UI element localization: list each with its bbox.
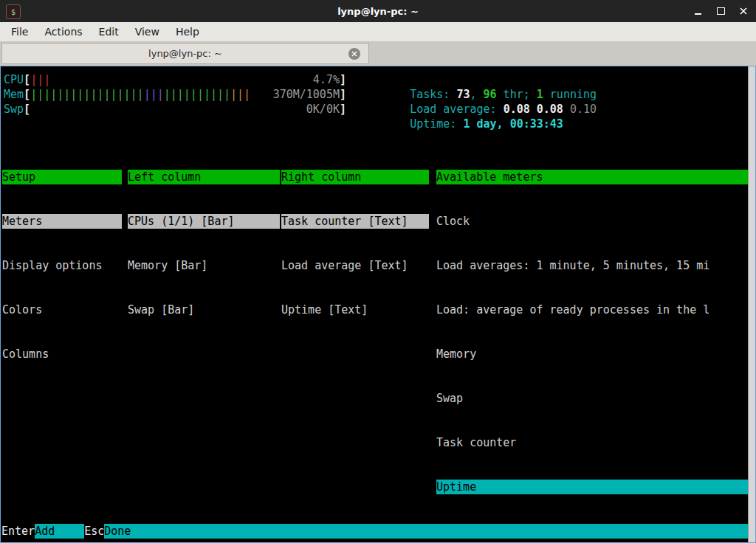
- tab-close-icon: [351, 51, 357, 57]
- available-meters-panel: Available meters Clock Load averages: 1 …: [436, 140, 748, 543]
- setup-panel: Setup Meters Display options Colors Colu…: [2, 140, 122, 391]
- terminal-tab[interactable]: lynp@lyn-pc: ~: [1, 43, 369, 64]
- window-title: lynp@lyn-pc: ~: [0, 6, 756, 17]
- menu-file[interactable]: File: [3, 24, 36, 40]
- minimize-icon: [695, 13, 701, 15]
- menu-actions[interactable]: Actions: [36, 24, 90, 40]
- right-column-item[interactable]: Uptime [Text]: [281, 302, 429, 317]
- right-column-item[interactable]: Load average [Text]: [281, 258, 429, 273]
- left-column-header: Left column: [128, 170, 280, 184]
- setup-item-colors[interactable]: Colors: [2, 302, 122, 317]
- setup-item-display-options[interactable]: Display options: [2, 258, 122, 273]
- left-column-item[interactable]: Swap [Bar]: [128, 302, 280, 317]
- maximize-button[interactable]: [715, 6, 726, 16]
- load-average-line: Load average: 0.08 0.08 0.10: [370, 87, 597, 102]
- left-column-panel: Left column CPUs (1/1) [Bar] Memory [Bar…: [128, 140, 280, 347]
- minimize-button[interactable]: [693, 6, 703, 16]
- mem-meter-value: 370M/1005M: [273, 87, 340, 102]
- setup-item-columns[interactable]: Columns: [2, 347, 122, 362]
- available-item-load-averages[interactable]: Load averages: 1 minute, 5 minutes, 15 m…: [436, 258, 748, 273]
- left-column-item[interactable]: CPUs (1/1) [Bar]: [128, 214, 280, 229]
- left-column-item[interactable]: Memory [Bar]: [128, 258, 280, 273]
- tab-close-button[interactable]: [348, 48, 360, 60]
- right-column-header: Right column: [281, 170, 429, 184]
- done-action-button[interactable]: Done: [104, 524, 748, 539]
- cpu-meter-bars: |||: [30, 73, 50, 86]
- cpu-meter-value: 4.7%: [313, 72, 340, 87]
- menu-edit[interactable]: Edit: [91, 24, 127, 40]
- cpu-meter-label: CPU: [4, 72, 24, 87]
- setup-item-meters[interactable]: Meters: [2, 214, 122, 229]
- available-item-task-counter[interactable]: Task counter: [436, 435, 748, 450]
- right-column-item[interactable]: Task counter [Text]: [281, 214, 429, 229]
- swp-meter-label: Swp: [4, 102, 24, 117]
- mem-meter: Mem[|||||||||||||||||||||||||||||||||370…: [4, 87, 346, 102]
- cpu-meter: CPU[|||4.7%]: [4, 72, 346, 87]
- mem-meter-bars: |||||||||||||||||||||||||||||||||: [30, 87, 273, 102]
- terminal-screen[interactable]: CPU[|||4.7%] Mem[|||||||||||||||||||||||…: [0, 66, 756, 543]
- enter-key-label[interactable]: Enter: [1, 524, 35, 539]
- close-button[interactable]: [738, 6, 749, 16]
- tab-label: lynp@lyn-pc: ~: [148, 48, 222, 59]
- titlebar[interactable]: $ lynp@lyn-pc: ~: [0, 0, 756, 22]
- right-column-panel: Right column Task counter [Text] Load av…: [281, 140, 429, 347]
- tab-bar: lynp@lyn-pc: ~: [0, 42, 756, 66]
- swp-meter-value: 0K/0K: [306, 102, 340, 117]
- available-item-memory[interactable]: Memory: [436, 347, 748, 362]
- available-item-clock[interactable]: Clock: [436, 214, 748, 229]
- add-action-button[interactable]: Add: [35, 524, 84, 539]
- menubar: File Actions Edit View Help: [0, 22, 756, 42]
- tasks-line: Tasks: 73, 96 thr; 1 running: [370, 72, 597, 87]
- menu-view[interactable]: View: [127, 24, 168, 40]
- available-item-load[interactable]: Load: average of ready processes in the …: [436, 302, 748, 317]
- terminal-window: $ lynp@lyn-pc: ~ File Actions Edit View …: [0, 0, 756, 543]
- maximize-icon: [717, 7, 725, 15]
- available-item-swap[interactable]: Swap: [436, 391, 748, 406]
- available-item-uptime[interactable]: Uptime: [436, 480, 748, 494]
- swp-meter: Swp[0K/0K]: [4, 102, 346, 117]
- uptime-line: Uptime: 1 day, 00:33:43: [370, 102, 563, 117]
- close-icon: [740, 7, 747, 15]
- mem-meter-label: Mem: [4, 87, 24, 102]
- menu-help[interactable]: Help: [168, 24, 207, 40]
- function-bar: Enter Add Esc Done: [1, 524, 748, 539]
- terminal-scrollbar[interactable]: [748, 66, 755, 542]
- setup-panel-header: Setup: [2, 170, 122, 184]
- esc-key-label[interactable]: Esc: [84, 524, 104, 539]
- available-meters-header: Available meters: [436, 170, 748, 184]
